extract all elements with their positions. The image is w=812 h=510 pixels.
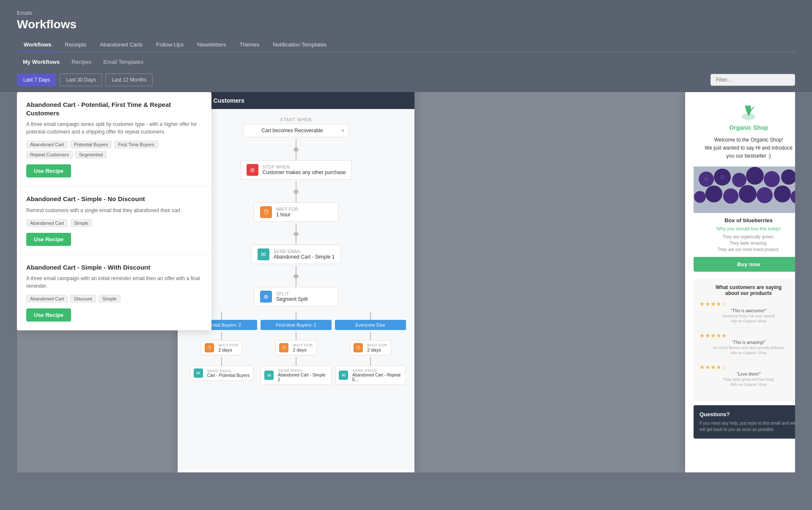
- branch-1-wait-icon: ⏱: [205, 343, 214, 352]
- review-2-author: Mia on Organic Shop: [700, 351, 795, 355]
- branch-1-email[interactable]: ✉ SEND EMAIL Cart - Potential Buyers: [190, 365, 254, 381]
- branch-1-email-icon: ✉: [194, 368, 203, 378]
- branch-3-email-icon: ✉: [339, 371, 348, 380]
- tab-workflows[interactable]: Workflows: [17, 38, 58, 52]
- stop-content: STOP WHEN Customer makes any other purch…: [263, 165, 346, 175]
- start-node[interactable]: Cart becomes Recoverable ▼: [243, 124, 349, 137]
- btn-last-12-months[interactable]: Last 12 Months: [105, 74, 153, 86]
- branch-3-connector-top: [370, 311, 371, 320]
- recipe-3-desc: A three email campaign with an initial r…: [26, 275, 202, 290]
- recipe-2-tags: Abandoned Cart Simple: [26, 219, 202, 227]
- branch-2-wait-icon: ⏱: [279, 343, 288, 352]
- review-2-text: "This is amazing!": [700, 340, 795, 345]
- diagram-body: START WHEN Cart becomes Recoverable ▼ ⊘ …: [178, 109, 414, 470]
- svg-point-6: [732, 173, 746, 187]
- branch-2-email[interactable]: ✉ SEND EMAIL Abandoned Cart - Simple 2: [261, 365, 332, 385]
- tag-repeat-customers: Repeat Customers: [26, 151, 73, 158]
- wait-label: WAIT FOR: [276, 207, 298, 212]
- tag-potential-buyers: Potential Buyers: [70, 141, 112, 148]
- recipe-card-2: Abandoned Cart - Simple - No Discount Re…: [17, 186, 211, 255]
- btn-last-7-days[interactable]: Last 7 Days: [17, 74, 56, 86]
- branch-1-connector-mid: [221, 332, 222, 340]
- review-3-sub: They taste great and last long!: [700, 377, 795, 382]
- review-3-text: "Love them!": [700, 372, 795, 376]
- split-branches: Potential Buyers: 2 ⏱ WAIT FOR 2 days ✉: [186, 311, 406, 387]
- tab-receipts[interactable]: Receipts: [58, 38, 93, 52]
- review-2-stars: ★★★★★: [700, 332, 795, 339]
- split-label: SPLIT: [276, 292, 308, 296]
- wait-node[interactable]: ⏱ WAIT FOR 1 hour: [254, 202, 338, 222]
- branch-everyone-else: Everyone Else ⏱ WAIT FOR 2 days ✉: [335, 311, 406, 387]
- tag-simple-3: Simple: [99, 295, 121, 303]
- use-recipe-btn-1[interactable]: Use Recipe: [26, 164, 71, 177]
- connector-8: [296, 278, 296, 287]
- email-product-desc: They are organically grown. They taste a…: [694, 234, 795, 253]
- branch-first-time: First-time Buyers: 2 ⏱ WAIT FOR 2 days ✉: [261, 311, 332, 387]
- branch-3-wait[interactable]: ⏱ WAIT FOR 2 days: [350, 340, 391, 355]
- subtab-email-templates[interactable]: Email Templates: [97, 56, 149, 68]
- branch-1-connector-bot: [221, 357, 222, 365]
- email-node[interactable]: ✉ SEND EMAIL Abandoned Cart - Simple 1: [251, 245, 341, 264]
- tab-notification-templates[interactable]: Notification Templates: [266, 38, 333, 52]
- branch-2-email-icon: ✉: [264, 371, 274, 380]
- wait-content: WAIT FOR 1 hour: [276, 207, 298, 218]
- review-1-stars: ★★★★☆: [700, 300, 795, 307]
- branch-2-wait[interactable]: ⏱ WAIT FOR 2 days: [275, 340, 317, 355]
- email-product-name: Box of blueberries: [694, 217, 795, 224]
- start-when-label: START WHEN: [280, 117, 312, 122]
- svg-point-16: [694, 191, 706, 203]
- branch-1-wait[interactable]: ⏱ WAIT FOR 2 days: [201, 340, 242, 355]
- recipe-card-1: Abandoned Cart - Potential, First Time &…: [17, 92, 211, 186]
- use-recipe-btn-2[interactable]: Use Recipe: [26, 233, 71, 246]
- stop-label: STOP WHEN: [263, 165, 346, 169]
- reviews-title: What customers are sayingabout our produ…: [700, 284, 795, 296]
- stop-node[interactable]: ⊘ STOP WHEN Customer makes any other pur…: [240, 160, 352, 180]
- tab-themes[interactable]: Themes: [233, 38, 266, 52]
- split-node[interactable]: ⊕ SPLIT Segment Split: [254, 287, 338, 306]
- email-icon: ✉: [258, 248, 269, 260]
- search-input[interactable]: [710, 74, 795, 86]
- branch-2-connector-mid: [296, 332, 296, 340]
- recipe-1-desc: A three email campaign series split by c…: [26, 120, 202, 136]
- main-tabs: Workflows Receipts Abandoned Carts Follo…: [17, 38, 795, 52]
- questions-title: Questions?: [700, 411, 795, 417]
- connector-4: [296, 194, 296, 202]
- recipe-1-title: Abandoned Cart - Potential, First Time &…: [26, 101, 202, 117]
- subtab-recipes[interactable]: Recipes: [66, 56, 97, 68]
- review-1-sub: Sweetest fruits I've ever tasted!: [700, 314, 795, 318]
- subtab-my-workflows[interactable]: My Workflows: [17, 56, 66, 68]
- review-1-author: Ally on Organic Shop: [700, 319, 795, 323]
- recipe-3-title: Abandoned Cart - Simple - With Discount: [26, 263, 202, 272]
- btn-last-30-days[interactable]: Last 30 Days: [60, 74, 102, 86]
- split-value: Segment Split: [276, 296, 308, 302]
- tag-simple-2: Simple: [70, 219, 92, 227]
- tab-follow-ups[interactable]: Follow-Ups: [149, 38, 190, 52]
- email-product-image: [694, 166, 795, 213]
- branch-2-connector-bot: [296, 357, 296, 365]
- connector-diamond-2: [293, 189, 299, 195]
- svg-point-11: [723, 188, 738, 204]
- email-value: Abandoned Cart - Simple 1: [274, 254, 335, 260]
- svg-point-7: [746, 167, 764, 185]
- email-buy-button[interactable]: Buy now: [694, 257, 795, 272]
- sub-tabs: My Workflows Recipes Email Templates: [17, 56, 795, 68]
- branch-3-email[interactable]: ✉ SEND EMAIL Abandoned Cart - Repeat E..…: [335, 365, 406, 385]
- split-content: SPLIT Segment Split: [276, 292, 308, 302]
- email-preview-panel: Organic Shop Welcome to the Organic Shop…: [685, 92, 795, 472]
- connector-diamond-1: [293, 147, 299, 153]
- start-node-arrow-icon: ▼: [341, 128, 345, 133]
- tab-newsletters[interactable]: Newsletters: [190, 38, 233, 52]
- tag-discount: Discount: [70, 295, 96, 303]
- svg-point-12: [739, 185, 757, 203]
- branch-3-header: Everyone Else: [335, 320, 406, 330]
- reviews-section: What customers are sayingabout our produ…: [694, 278, 795, 401]
- tag-abandoned-cart-2: Abandoned Cart: [26, 219, 68, 227]
- tag-segmented: Segmented: [75, 151, 107, 158]
- use-recipe-btn-3[interactable]: Use Recipe: [26, 308, 71, 322]
- recipe-2-desc: Remind customers with a single email tha…: [26, 207, 202, 214]
- email-cta-label: Why you should buy this today!: [694, 226, 795, 231]
- tab-abandoned-carts[interactable]: Abandoned Carts: [93, 38, 149, 52]
- tag-abandoned-cart-1: Abandoned Cart: [26, 141, 68, 148]
- svg-point-3: [704, 177, 708, 181]
- workflow-diagram: & Repeat Customers START WHEN Cart becom…: [178, 92, 414, 472]
